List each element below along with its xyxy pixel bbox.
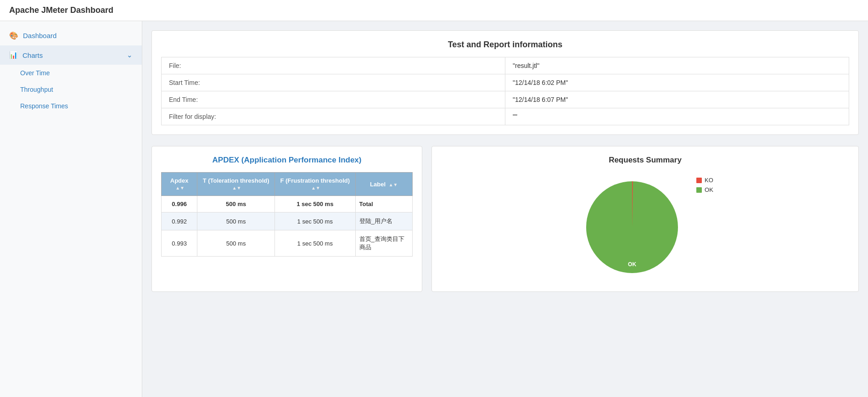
charts-bar-icon: 📊 [9,51,18,59]
sidebar-item-dashboard[interactable]: 🎨 Dashboard [0,26,142,45]
report-value: "result.jtl" [505,57,849,74]
sidebar-dashboard-label: Dashboard [23,32,56,39]
apdex-row: 0.996 500 ms 1 sec 500 ms Total [162,196,413,212]
apdex-table: Apdex ▲▼ T (Toleration threshold) ▲▼ F (… [161,172,413,257]
apdex-card: APDEX (Application Performance Index) Ap… [151,146,422,292]
sidebar-item-over-time[interactable]: Over Time [0,65,142,81]
toleration-val: 500 ms [197,212,275,230]
apdex-title: APDEX (Application Performance Index) [161,156,413,165]
sidebar-throughput-label: Throughput [20,86,53,93]
sort-icon-label: ▲▼ [389,182,398,187]
report-value: "12/14/18 6:07 PM" [505,91,849,108]
report-label: End Time: [162,91,505,108]
main-content: Test and Report informations File:"resul… [142,21,868,397]
report-row: Filter for display:"" [162,108,849,125]
apdex-val: 0.992 [162,212,197,230]
report-card-title: Test and Report informations [161,40,849,50]
apdex-col-label[interactable]: Label ▲▼ [355,173,412,196]
toleration-val: 500 ms [197,230,275,257]
sort-icon-toleration: ▲▼ [232,185,241,190]
apdex-col-frustration[interactable]: F (Frustration threshold) ▲▼ [275,173,356,196]
report-value: "12/14/18 6:02 PM" [505,74,849,91]
requests-summary-card: Requests Summary OK [431,146,859,292]
sort-icon-frustration: ▲▼ [311,185,320,190]
dashboard-icon: 🎨 [9,31,18,40]
apdex-col-toleration[interactable]: T (Toleration threshold) ▲▼ [197,173,275,196]
summary-content: OK KO OK [441,172,849,282]
report-info-table: File:"result.jtl"Start Time:"12/14/18 6:… [161,57,849,125]
app-title: Apache JMeter Dashboard [9,6,113,15]
report-label: File: [162,57,505,74]
sidebar-charts-label: Charts [22,51,43,59]
frustration-val: 1 sec 500 ms [275,230,356,257]
apdex-val: 0.993 [162,230,197,257]
report-row: End Time:"12/14/18 6:07 PM" [162,91,849,108]
report-value: "" [505,108,849,125]
report-label: Start Time: [162,74,505,91]
sort-icon-apdex: ▲▼ [175,185,185,190]
ko-color [696,178,702,183]
ok-color [696,187,702,193]
chevron-down-icon: ⌄ [127,51,133,59]
sidebar-item-throughput[interactable]: Throughput [0,81,142,98]
report-label: Filter for display: [162,108,505,125]
legend-ok: OK [696,186,713,193]
app-header: Apache JMeter Dashboard [0,0,868,21]
report-row: File:"result.jtl" [162,57,849,74]
apdex-row: 0.993 500 ms 1 sec 500 ms 首页_查询类目下商品 [162,230,413,257]
sidebar: 🎨 Dashboard 📊 Charts ⌄ Over Time Through… [0,21,142,397]
ok-badge: OK [624,260,640,268]
apdex-val: 0.996 [162,196,197,212]
bottom-row: APDEX (Application Performance Index) Ap… [151,146,859,292]
label-val: 登陆_用户名 [355,212,412,230]
apdex-row: 0.992 500 ms 1 sec 500 ms 登陆_用户名 [162,212,413,230]
frustration-val: 1 sec 500 ms [275,196,356,212]
sidebar-over-time-label: Over Time [20,69,50,77]
sidebar-response-times-label: Response Times [20,102,68,110]
summary-title: Requests Summary [441,156,849,165]
label-val: 首页_查询类目下商品 [355,230,412,257]
toleration-val: 500 ms [197,196,275,212]
sidebar-item-charts[interactable]: 📊 Charts ⌄ [0,45,142,65]
pie-chart: OK [577,172,687,282]
report-card: Test and Report informations File:"resul… [151,30,859,135]
sidebar-item-response-times[interactable]: Response Times [0,98,142,114]
legend-ko: KO [696,177,713,184]
apdex-col-apdex[interactable]: Apdex ▲▼ [162,173,197,196]
report-row: Start Time:"12/14/18 6:02 PM" [162,74,849,91]
label-val: Total [355,196,412,212]
sidebar-sub-items: Over Time Throughput Response Times [0,65,142,114]
ok-label-legend: OK [705,186,713,193]
frustration-val: 1 sec 500 ms [275,212,356,230]
legend: KO OK [696,177,713,193]
ko-label: KO [705,177,713,184]
